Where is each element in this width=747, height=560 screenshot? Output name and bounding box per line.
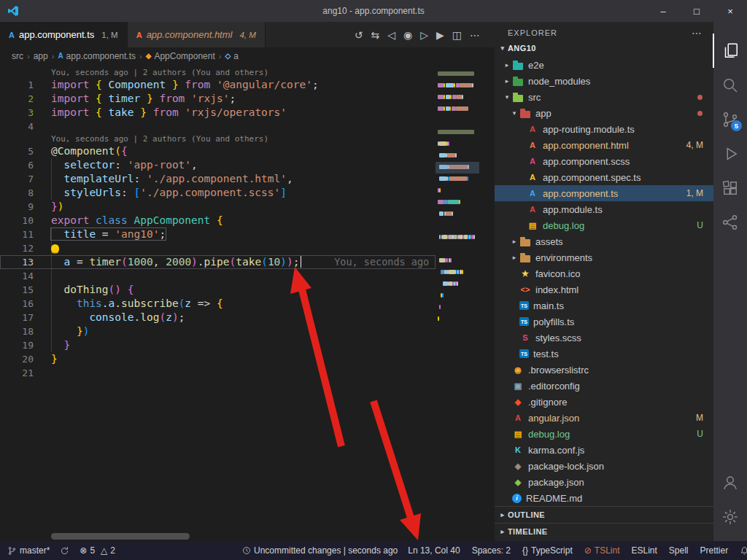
more-actions-icon[interactable]: ⋯ <box>692 27 702 39</box>
close-button[interactable]: × <box>713 0 747 22</box>
explorer-item-polyfills-ts[interactable]: TSpolyfills.ts <box>495 314 713 330</box>
code-line-20[interactable]: 20} <box>0 352 436 366</box>
maximize-button[interactable]: □ <box>680 0 713 22</box>
code-line-17[interactable]: 17 console.log(z); <box>0 311 436 324</box>
activity-share-button[interactable] <box>713 205 747 239</box>
explorer-item-main-ts[interactable]: TSmain.ts <box>495 298 713 314</box>
explorer-item-favicon-ico[interactable]: ★favicon.ico <box>495 265 713 281</box>
explorer-item-app-module-ts[interactable]: Aapp.module.ts <box>495 201 713 217</box>
explorer-item-karma-conf-js[interactable]: Kkarma.conf.js <box>495 442 713 458</box>
problems-item[interactable]: ⊗ 5 △ 2 <box>80 545 115 556</box>
code-line-3[interactable]: 3import { take } from 'rxjs/operators' <box>0 106 436 120</box>
explorer-item-app-component-ts[interactable]: Aapp.component.ts1, M <box>495 185 713 201</box>
code-line-1[interactable]: 1import { Component } from '@angular/cor… <box>0 78 436 92</box>
code-line-21[interactable]: 21 <box>0 366 436 380</box>
notifications-bell-icon[interactable] <box>740 546 747 556</box>
explorer-item--gitignore[interactable]: ◆.gitignore <box>495 394 713 410</box>
explorer-item--browserslistrc[interactable]: ◉.browserslistrc <box>495 362 713 378</box>
explorer-item-e2e[interactable]: ▸e2e <box>495 57 713 73</box>
timeline-section-header[interactable]: ▸ TIMELINE <box>495 523 713 540</box>
code-line-18[interactable]: 18 }) <box>0 324 436 338</box>
minimize-button[interactable]: – <box>646 0 680 22</box>
chevron-right-icon[interactable]: ▸ <box>509 238 519 245</box>
code-line-8[interactable]: 8 styleUrls: ['./app.component.scss'] <box>0 186 436 200</box>
code-line-16[interactable]: 16 this.a.subscribe(z => { <box>0 297 436 311</box>
activity-run-debug-button[interactable] <box>713 136 747 171</box>
explorer-item-styles-scss[interactable]: Sstyles.scss <box>495 330 713 346</box>
indentation-item[interactable]: Spaces: 2 <box>472 545 511 556</box>
code-line-10[interactable]: 10export class AppComponent { <box>0 214 436 228</box>
codelens-row[interactable]: You, seconds ago | 2 authors (You and ot… <box>0 133 436 144</box>
run-file-icon[interactable]: ▶ <box>436 29 444 41</box>
settings-gear-icon[interactable] <box>713 499 747 534</box>
more-actions-icon[interactable]: ⋯ <box>470 29 480 41</box>
cursor-position-item[interactable]: Ln 13, Col 40 <box>408 545 460 556</box>
breadcrumb-item-a[interactable]: ◇a <box>225 51 238 61</box>
explorer-item-app[interactable]: ▾app <box>495 105 713 121</box>
explorer-item--editorconfig[interactable]: ▣.editorconfig <box>495 378 713 394</box>
minimap[interactable] <box>436 64 479 541</box>
tslint-item[interactable]: ⊘ TSLint <box>584 545 620 556</box>
chevron-right-icon[interactable]: ▸ <box>502 77 512 85</box>
explorer-item-package-lock-json[interactable]: ◆package-lock.json <box>495 458 713 474</box>
code-editor[interactable]: You, seconds ago | 2 authors (You and ot… <box>0 64 436 541</box>
compare-changes-icon[interactable]: ⇆ <box>371 29 379 41</box>
code-line-13[interactable]: 13 a = timer(1000, 2000).pipe(take(10));… <box>0 255 436 269</box>
code-line-12[interactable]: 12 <box>0 241 436 255</box>
breadcrumb-item-app[interactable]: app <box>34 51 48 61</box>
code-line-9[interactable]: 9}) <box>0 200 436 214</box>
tab-app-component-ts[interactable]: A app.component.ts 1, M <box>0 22 128 47</box>
code-line-4[interactable]: 4 <box>0 120 436 133</box>
explorer-item-app-routing-module-ts[interactable]: Aapp-routing.module.ts <box>495 121 713 137</box>
gitlens-blame-item[interactable]: Uncommitted changes | seconds ago <box>242 545 398 556</box>
horizontal-scrollbar[interactable] <box>51 533 190 540</box>
code-line-11[interactable]: 11 title = 'ang10'; <box>0 228 436 241</box>
explorer-item-app-component-scss[interactable]: Aapp.component.scss <box>495 153 713 169</box>
explorer-item-package-json[interactable]: ◆package.json <box>495 474 713 490</box>
language-mode-item[interactable]: {} TypeScript <box>522 545 573 556</box>
explorer-item-angular-json[interactable]: Aangular.jsonM <box>495 410 713 426</box>
discard-changes-icon[interactable]: ↺ <box>355 29 363 41</box>
git-branch-item[interactable]: master* <box>7 545 50 556</box>
next-change-icon[interactable]: ▷ <box>420 29 428 41</box>
split-editor-icon[interactable]: ◫ <box>452 29 462 41</box>
codelens-row[interactable]: You, seconds ago | 2 authors (You and ot… <box>0 67 436 78</box>
tab-app-component-html[interactable]: A app.component.html 4, M <box>128 22 266 47</box>
code-line-6[interactable]: 6 selector: 'app-root', <box>0 158 436 172</box>
code-line-19[interactable]: 19 } <box>0 338 436 352</box>
chevron-right-icon[interactable]: ▸ <box>509 254 519 261</box>
lightbulb-icon[interactable] <box>51 244 59 252</box>
outline-section-header[interactable]: ▸ OUTLINE <box>495 506 713 523</box>
previous-change-icon[interactable]: ◁ <box>387 29 395 41</box>
code-line-5[interactable]: 5@Component({ <box>0 144 436 158</box>
code-line-14[interactable]: 14 <box>0 269 436 283</box>
explorer-item-assets[interactable]: ▸assets <box>495 233 713 249</box>
sync-item[interactable] <box>60 546 69 556</box>
explorer-item-index-html[interactable]: <>index.html <box>495 281 713 298</box>
project-section-header[interactable]: ▾ ANG10 <box>495 41 713 55</box>
spell-checker-item[interactable]: Spell <box>669 545 689 556</box>
code-line-15[interactable]: 15 doThing() { <box>0 283 436 297</box>
chevron-down-icon[interactable]: ▾ <box>502 93 512 101</box>
activity-search-button[interactable] <box>713 68 747 102</box>
prettier-item[interactable]: Prettier <box>700 545 729 556</box>
code-line-2[interactable]: 2import { timer } from 'rxjs'; <box>0 92 436 106</box>
breadcrumb-item-src[interactable]: src <box>12 51 23 61</box>
breadcrumb-item-appcomponent[interactable]: ◆AppComponent <box>146 51 215 61</box>
explorer-item-app-component-html[interactable]: Aapp.component.html4, M <box>495 137 713 153</box>
chevron-right-icon[interactable]: ▸ <box>502 61 512 69</box>
activity-extensions-button[interactable] <box>713 171 747 205</box>
explorer-item-src[interactable]: ▾src <box>495 89 713 105</box>
accounts-icon[interactable] <box>713 465 747 499</box>
code-line-7[interactable]: 7 templateUrl: './app.component.html', <box>0 172 436 186</box>
explorer-item-node-modules[interactable]: ▸node_modules <box>495 73 713 89</box>
explorer-item-environments[interactable]: ▸environments <box>495 249 713 265</box>
breadcrumb-item-app-component-ts[interactable]: Aapp.component.ts <box>58 51 136 61</box>
explorer-item-app-component-spec-ts[interactable]: Aapp.component.spec.ts <box>495 169 713 185</box>
explorer-item-debug-log[interactable]: ▤debug.logU <box>495 426 713 442</box>
explorer-item-test-ts[interactable]: TStest.ts <box>495 346 713 362</box>
activity-explorer-button[interactable] <box>713 34 747 68</box>
explorer-item-readme-md[interactable]: iREADME.md <box>495 490 713 506</box>
activity-source-control-button[interactable]: 5 <box>713 102 747 136</box>
eslint-item[interactable]: ESLint <box>631 545 657 556</box>
